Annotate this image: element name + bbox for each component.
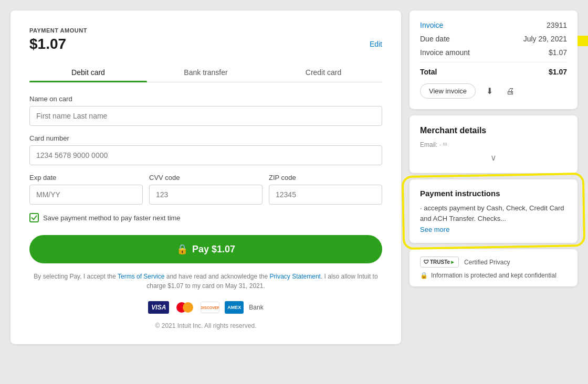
save-payment-label: Save payment method to pay faster next t… <box>43 214 181 222</box>
email-label: Email: <box>420 141 437 148</box>
exp-date-input[interactable] <box>29 185 143 205</box>
expand-merchant-icon[interactable]: ∨ <box>420 153 567 163</box>
view-invoice-button[interactable]: View invoice <box>420 83 476 99</box>
payment-amount-value: $1.07 <box>29 36 66 52</box>
cvv-group: CVV code <box>149 174 262 205</box>
terms-text: By selecting Pay, I accept the Terms of … <box>29 272 382 291</box>
zip-input[interactable] <box>269 185 382 205</box>
due-date-row: Due date July 29, 2021 <box>420 35 567 43</box>
mastercard-logo <box>174 301 195 314</box>
save-payment-checkbox[interactable] <box>29 213 39 222</box>
download-icon[interactable]: ⬇ <box>482 84 497 99</box>
pay-button[interactable]: 🔒 Pay $1.07 <box>29 235 382 263</box>
see-more-link[interactable]: See more <box>420 226 567 233</box>
total-label: Total <box>420 68 437 76</box>
name-on-card-group: Name on card <box>29 95 382 126</box>
cvv-label: CVV code <box>149 174 262 182</box>
print-icon[interactable]: 🖨 <box>503 84 518 99</box>
exp-date-label: Exp date <box>29 174 143 182</box>
save-payment-row: Save payment method to pay faster next t… <box>29 213 382 222</box>
copyright: © 2021 Intuit Inc. All rights reserved. <box>29 322 382 329</box>
merchant-email-row: Email: · ¹¹ <box>420 141 567 148</box>
invoice-amount-label: Invoice amount <box>420 48 470 57</box>
certified-privacy-label: Certified Privacy <box>464 259 510 266</box>
amex-logo: AMEX <box>225 301 244 314</box>
privacy-link[interactable]: Privacy Statement <box>270 273 321 280</box>
payment-tabs: Debit card Bank transfer Credit card <box>29 63 382 82</box>
merchant-details-title: Merchant details <box>420 126 567 135</box>
instructions-title: Payment instructions <box>420 189 567 198</box>
edit-link[interactable]: Edit <box>370 40 382 48</box>
email-value: · ¹¹ <box>439 141 447 148</box>
truste-row: 🛡 TRUSTe► Certified Privacy <box>420 257 567 268</box>
truste-label: TRUSTe► <box>430 259 455 265</box>
truste-card: 🛡 TRUSTe► Certified Privacy 🔒 Informatio… <box>410 249 578 286</box>
secure-row: 🔒 Information is protected and kept conf… <box>420 272 567 279</box>
exp-date-group: Exp date <box>29 174 143 205</box>
card-number-input[interactable] <box>29 145 382 165</box>
payment-instructions-card: Payment instructions · accepts payment b… <box>410 179 578 243</box>
invoice-actions: View invoice ⬇ 🖨 <box>420 83 567 99</box>
lock-icon: 🔒 <box>176 243 188 255</box>
invoice-amount-row: Invoice amount $1.07 <box>420 48 567 57</box>
card-details-row: Exp date CVV code ZIP code <box>29 174 382 205</box>
payment-form-panel: PAYMENT AMOUNT $1.07 Edit Debit card Ban… <box>10 10 401 344</box>
card-number-label: Card number <box>29 134 382 142</box>
merchant-details-card: Merchant details Email: · ¹¹ ∨ <box>410 115 578 173</box>
invoice-number-row: Invoice 23911 <box>420 21 567 29</box>
name-on-card-label: Name on card <box>29 95 382 103</box>
bank-label: Bank <box>249 304 263 311</box>
zip-group: ZIP code <box>269 174 382 205</box>
truste-badge: 🛡 TRUSTe► <box>420 257 459 268</box>
visa-logo: VISA <box>148 301 169 314</box>
truste-icon: 🛡 <box>424 259 429 265</box>
instructions-text: · accepts payment by Cash, Check, Credit… <box>420 203 567 223</box>
total-row: Total $1.07 <box>420 62 567 76</box>
zip-label: ZIP code <box>269 174 382 182</box>
total-amount: $1.07 <box>549 68 567 76</box>
tab-credit-card[interactable]: Credit card <box>265 63 382 82</box>
secure-text: Information is protected and kept confid… <box>431 272 556 279</box>
due-date-value: July 29, 2021 <box>523 35 567 43</box>
card-logos: VISA DISCOVER AMEX Bank <box>29 301 382 314</box>
invoice-amount-value: $1.07 <box>549 48 567 57</box>
card-number-group: Card number <box>29 134 382 165</box>
invoice-label: Invoice <box>420 21 443 29</box>
invoice-card: Invoice 23911 Due date July 29, 2021 Inv… <box>410 10 578 109</box>
invoice-number: 23911 <box>547 21 567 29</box>
secure-lock-icon: 🔒 <box>420 272 428 279</box>
right-panel: Invoice 23911 Due date July 29, 2021 Inv… <box>410 10 578 344</box>
due-date-label: Due date <box>420 35 450 43</box>
tab-debit-card[interactable]: Debit card <box>29 63 147 82</box>
instructions-wrapper: Payment instructions · accepts payment b… <box>410 179 578 243</box>
payment-amount-label: PAYMENT AMOUNT <box>29 27 382 34</box>
discover-logo: DISCOVER <box>201 302 219 313</box>
cvv-input[interactable] <box>149 185 262 205</box>
terms-link[interactable]: Terms of Service <box>118 273 164 280</box>
name-on-card-input[interactable] <box>29 106 382 126</box>
tab-bank-transfer[interactable]: Bank transfer <box>147 63 265 82</box>
